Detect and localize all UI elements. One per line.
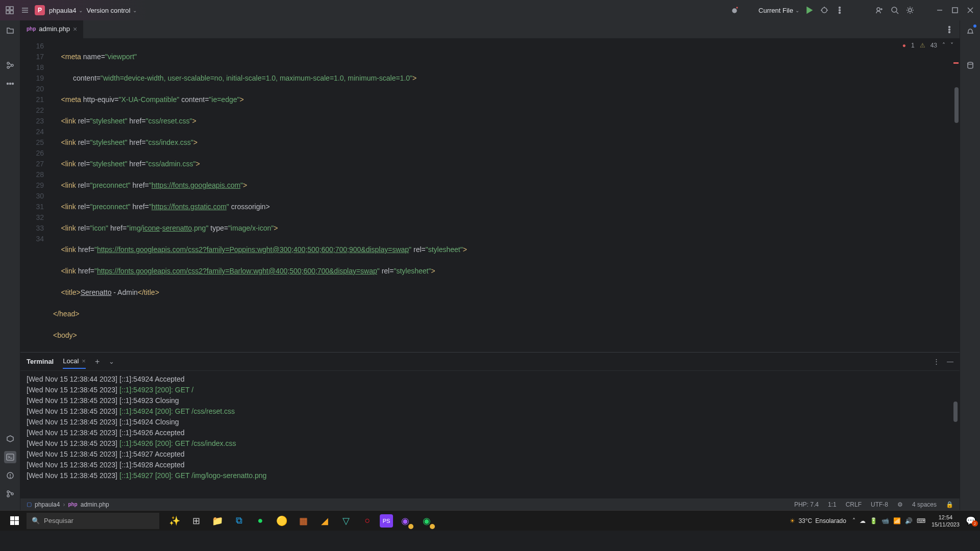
phpstorm-taskbar-icon[interactable]: PS [380,514,393,528]
tab-more-icon[interactable] [943,23,955,36]
weather-desc: Ensolarado [815,517,846,524]
svg-rect-25 [952,8,958,13]
close-tab-icon[interactable]: × [73,25,77,33]
svg-marker-36 [7,436,13,442]
tab-admin-php[interactable]: php admin.php × [20,20,83,39]
code-content[interactable]: <meta name="viewport" content="width=dev… [49,39,960,352]
notifications-icon[interactable] [964,24,976,37]
status-php-version[interactable]: PHP: 7.4 [794,501,819,508]
status-cursor-pos[interactable]: 1:1 [828,501,837,508]
debug-bug-icon[interactable] [729,5,740,16]
project-badge[interactable]: P [35,5,45,15]
opera-icon[interactable]: ○ [358,512,377,530]
hamburger-icon[interactable] [19,5,31,16]
volume-icon[interactable]: 🔊 [905,517,913,524]
messenger-icon[interactable]: ◉ [396,512,414,530]
spotify-icon[interactable]: ● [251,512,270,530]
svg-point-46 [949,29,950,30]
svg-line-9 [737,7,738,8]
close-terminal-tab-icon[interactable]: × [82,357,86,365]
chevron-down-icon[interactable]: ˅ [950,42,953,49]
status-inspections-icon[interactable]: ⚙ [897,501,903,508]
taskbar-widget-icon[interactable]: ✨ [165,512,184,530]
status-line-sep[interactable]: CRLF [846,501,862,508]
terminal-tool-icon[interactable] [4,451,16,463]
terminal-dropdown-icon[interactable]: ⌄ [109,358,114,365]
settings-gear-icon[interactable] [904,5,916,16]
svg-point-41 [10,477,10,478]
svg-line-22 [896,12,898,14]
svg-point-21 [892,7,897,12]
sun-icon: ☀ [790,517,795,524]
warning-count: 43 [930,42,937,49]
svg-point-34 [9,83,11,85]
meet-now-icon[interactable]: 📹 [881,517,889,524]
windows-taskbar: 🔍 Pesquisar ✨ ⊞ 📁 ⧉ ● 🟡 ▦ ◢ ▽ ○ PS ◉ ◉ ☀… [0,510,980,531]
structure-tool-icon[interactable] [4,59,16,71]
battery-icon[interactable]: 🔋 [870,517,877,524]
svg-point-15 [839,7,841,9]
project-tool-icon[interactable] [4,24,16,37]
search-icon[interactable] [889,5,900,16]
terminal-more-icon[interactable]: ⋮ [933,358,940,365]
svg-point-33 [7,83,8,85]
status-indent[interactable]: 4 spaces [912,501,937,508]
close-icon[interactable] [965,5,976,16]
services-tool-icon[interactable] [4,433,16,445]
maximize-icon[interactable] [949,5,961,16]
minimize-icon[interactable] [934,5,945,16]
search-icon: 🔍 [32,517,40,524]
file-explorer-icon[interactable]: 📁 [208,512,227,530]
taskbar-search[interactable]: 🔍 Pesquisar [27,513,159,529]
breadcrumb-project[interactable]: phpaula4 [35,501,60,508]
svg-rect-2 [6,11,9,14]
line-gutter: 16171819202122232425262728293031323334 [20,39,49,352]
vcs-selector[interactable]: Version control⌄ [87,7,137,14]
svg-marker-10 [807,7,812,13]
task-view-icon[interactable]: ⊞ [187,512,205,530]
git-tool-icon[interactable] [4,488,16,500]
wifi-icon[interactable]: 📶 [893,517,901,524]
code-with-me-icon[interactable] [874,5,885,16]
error-marker[interactable] [953,62,959,64]
chrome-icon[interactable]: 🟡 [273,512,291,530]
onedrive-icon[interactable]: ☁ [860,517,866,524]
terminal-output[interactable]: [Wed Nov 15 12:38:44 2023] [::1]:54924 A… [20,371,960,498]
breadcrumb-file[interactable]: admin.php [81,501,109,508]
add-terminal-icon[interactable]: + [95,357,100,366]
code-editor[interactable]: 16171819202122232425262728293031323334 <… [20,39,960,352]
more-icon[interactable] [834,5,845,16]
status-encoding[interactable]: UTF-8 [871,501,888,508]
language-icon[interactable]: ⌨ [917,517,925,524]
app-menu-icon[interactable] [4,5,15,16]
chevron-down-icon: ⌄ [795,8,799,13]
editor-scrollbar[interactable] [954,87,959,123]
php-file-icon: php [27,26,36,32]
problems-tool-icon[interactable] [4,469,16,482]
run-config-selector[interactable]: Current File⌄ [758,7,799,14]
warning-indicator-icon: ⚠ [920,42,925,49]
taskbar-clock[interactable]: 12:54 15/11/2023 [932,514,960,528]
chevron-up-icon[interactable]: ˄ [942,42,945,49]
start-button[interactable] [4,512,24,530]
svg-point-28 [7,62,9,64]
weather-widget[interactable]: ☀ 33°C Ensolarado [790,517,846,524]
run-icon[interactable] [803,5,815,16]
debug-icon[interactable] [819,5,830,16]
notifications-tray-icon[interactable]: 💬2 [966,516,976,525]
terminal-tab-local[interactable]: Local× [63,357,86,369]
vscode-icon[interactable]: ⧉ [230,512,248,530]
minimize-terminal-icon[interactable]: — [947,358,953,365]
project-selector[interactable]: phpaula4⌄ [49,7,83,14]
status-lock-icon[interactable]: 🔒 [946,501,953,508]
terminal-scrollbar[interactable] [953,402,958,422]
tray-chevron-icon[interactable]: ˄ [852,517,855,524]
svg-point-29 [7,66,9,68]
inspection-widget[interactable]: ●1 ⚠43 ˄ ˅ [902,42,953,49]
shield-icon[interactable]: ▽ [337,512,355,530]
whatsapp-icon[interactable]: ◉ [418,512,436,530]
xampp-icon[interactable]: ▦ [294,512,312,530]
more-tools-icon[interactable] [4,78,16,90]
database-tool-icon[interactable] [964,59,976,71]
app-icon[interactable]: ◢ [315,512,334,530]
